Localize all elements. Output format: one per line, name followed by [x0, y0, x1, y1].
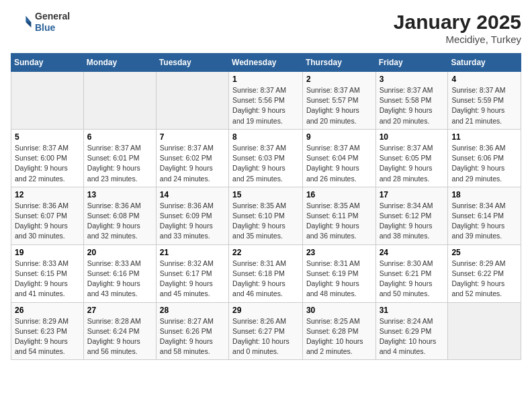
- day-info: Sunrise: 8:31 AM Sunset: 6:18 PM Dayligh…: [232, 259, 299, 300]
- calendar-cell: 14Sunrise: 8:36 AM Sunset: 6:09 PM Dayli…: [156, 187, 228, 244]
- weekday-header: Thursday: [302, 54, 375, 72]
- day-number: 2: [306, 75, 372, 84]
- day-number: 14: [160, 190, 225, 199]
- calendar-cell: 20Sunrise: 8:33 AM Sunset: 6:16 PM Dayli…: [83, 244, 156, 302]
- day-info: Sunrise: 8:35 AM Sunset: 6:11 PM Dayligh…: [306, 201, 372, 242]
- calendar-cell: 28Sunrise: 8:27 AM Sunset: 6:26 PM Dayli…: [156, 302, 228, 360]
- day-number: 10: [380, 132, 445, 142]
- day-number: 24: [380, 248, 445, 257]
- day-info: Sunrise: 8:37 AM Sunset: 6:01 PM Dayligh…: [87, 143, 152, 184]
- calendar-cell: 19Sunrise: 8:33 AM Sunset: 6:15 PM Dayli…: [11, 244, 84, 302]
- calendar-cell: 23Sunrise: 8:31 AM Sunset: 6:19 PM Dayli…: [302, 244, 375, 302]
- weekday-header: Monday: [83, 54, 156, 72]
- calendar-table: SundayMondayTuesdayWednesdayThursdayFrid…: [11, 53, 521, 360]
- day-number: 30: [306, 306, 372, 315]
- svg-marker-1: [26, 22, 31, 28]
- day-number: 17: [380, 190, 445, 199]
- day-number: 1: [232, 75, 299, 84]
- calendar-cell: 16Sunrise: 8:35 AM Sunset: 6:11 PM Dayli…: [302, 187, 375, 244]
- page-header: General Blue January 2025 Mecidiye, Turk…: [11, 11, 521, 45]
- day-number: 3: [380, 75, 445, 84]
- logo-icon: [11, 11, 32, 33]
- day-number: 8: [232, 132, 299, 142]
- day-number: 28: [160, 306, 225, 315]
- calendar-cell: 2Sunrise: 8:37 AM Sunset: 5:57 PM Daylig…: [302, 72, 375, 130]
- day-info: Sunrise: 8:37 AM Sunset: 6:03 PM Dayligh…: [232, 143, 299, 184]
- weekday-header: Friday: [375, 54, 448, 72]
- calendar-cell: [83, 72, 156, 130]
- day-number: 21: [160, 248, 225, 257]
- calendar-cell: [156, 72, 228, 130]
- calendar-title: January 2025: [394, 11, 521, 34]
- day-number: 26: [15, 306, 80, 315]
- day-number: 23: [306, 248, 372, 257]
- calendar-cell: 7Sunrise: 8:37 AM Sunset: 6:02 PM Daylig…: [156, 129, 228, 187]
- calendar-cell: 1Sunrise: 8:37 AM Sunset: 5:56 PM Daylig…: [229, 72, 303, 130]
- calendar-week-row: 26Sunrise: 8:29 AM Sunset: 6:23 PM Dayli…: [11, 302, 521, 360]
- calendar-week-row: 19Sunrise: 8:33 AM Sunset: 6:15 PM Dayli…: [11, 244, 521, 302]
- day-info: Sunrise: 8:37 AM Sunset: 5:57 PM Dayligh…: [306, 85, 372, 126]
- day-info: Sunrise: 8:26 AM Sunset: 6:27 PM Dayligh…: [232, 316, 299, 357]
- svg-marker-0: [26, 15, 31, 22]
- calendar-cell: 29Sunrise: 8:26 AM Sunset: 6:27 PM Dayli…: [229, 302, 303, 360]
- day-info: Sunrise: 8:29 AM Sunset: 6:22 PM Dayligh…: [451, 259, 517, 300]
- day-info: Sunrise: 8:36 AM Sunset: 6:06 PM Dayligh…: [451, 143, 517, 184]
- logo-text: General Blue: [35, 11, 70, 34]
- day-info: Sunrise: 8:34 AM Sunset: 6:12 PM Dayligh…: [380, 201, 445, 242]
- day-number: 12: [15, 190, 80, 199]
- day-info: Sunrise: 8:25 AM Sunset: 6:28 PM Dayligh…: [306, 316, 372, 357]
- calendar-cell: 24Sunrise: 8:30 AM Sunset: 6:21 PM Dayli…: [375, 244, 448, 302]
- day-info: Sunrise: 8:27 AM Sunset: 6:26 PM Dayligh…: [160, 316, 225, 357]
- weekday-header: Sunday: [11, 54, 84, 72]
- calendar-cell: 8Sunrise: 8:37 AM Sunset: 6:03 PM Daylig…: [229, 129, 303, 187]
- day-info: Sunrise: 8:36 AM Sunset: 6:07 PM Dayligh…: [15, 201, 80, 242]
- day-info: Sunrise: 8:37 AM Sunset: 6:05 PM Dayligh…: [380, 143, 445, 184]
- calendar-cell: 30Sunrise: 8:25 AM Sunset: 6:28 PM Dayli…: [302, 302, 375, 360]
- calendar-cell: 11Sunrise: 8:36 AM Sunset: 6:06 PM Dayli…: [448, 129, 521, 187]
- calendar-cell: 17Sunrise: 8:34 AM Sunset: 6:12 PM Dayli…: [375, 187, 448, 244]
- day-number: 9: [306, 132, 372, 142]
- day-number: 31: [380, 306, 445, 315]
- calendar-cell: [11, 72, 84, 130]
- day-number: 15: [232, 190, 299, 199]
- calendar-cell: 4Sunrise: 8:37 AM Sunset: 5:59 PM Daylig…: [448, 72, 521, 130]
- calendar-cell: 13Sunrise: 8:36 AM Sunset: 6:08 PM Dayli…: [83, 187, 156, 244]
- day-number: 16: [306, 190, 372, 199]
- day-number: 4: [451, 75, 517, 84]
- calendar-cell: 21Sunrise: 8:32 AM Sunset: 6:17 PM Dayli…: [156, 244, 228, 302]
- calendar-cell: 25Sunrise: 8:29 AM Sunset: 6:22 PM Dayli…: [448, 244, 521, 302]
- day-number: 19: [15, 248, 80, 257]
- calendar-cell: 15Sunrise: 8:35 AM Sunset: 6:10 PM Dayli…: [229, 187, 303, 244]
- calendar-cell: 5Sunrise: 8:37 AM Sunset: 6:00 PM Daylig…: [11, 129, 84, 187]
- day-number: 5: [15, 132, 80, 142]
- day-number: 7: [160, 132, 225, 142]
- calendar-cell: 22Sunrise: 8:31 AM Sunset: 6:18 PM Dayli…: [229, 244, 303, 302]
- day-info: Sunrise: 8:37 AM Sunset: 5:59 PM Dayligh…: [451, 85, 517, 126]
- day-info: Sunrise: 8:37 AM Sunset: 6:04 PM Dayligh…: [306, 143, 372, 184]
- day-info: Sunrise: 8:37 AM Sunset: 5:58 PM Dayligh…: [380, 85, 445, 126]
- calendar-cell: 12Sunrise: 8:36 AM Sunset: 6:07 PM Dayli…: [11, 187, 84, 244]
- logo-blue-text: Blue: [35, 22, 70, 34]
- day-info: Sunrise: 8:37 AM Sunset: 6:02 PM Dayligh…: [160, 143, 225, 184]
- day-info: Sunrise: 8:32 AM Sunset: 6:17 PM Dayligh…: [160, 259, 225, 300]
- day-number: 29: [232, 306, 299, 315]
- calendar-cell: 26Sunrise: 8:29 AM Sunset: 6:23 PM Dayli…: [11, 302, 84, 360]
- day-info: Sunrise: 8:31 AM Sunset: 6:19 PM Dayligh…: [306, 259, 372, 300]
- day-info: Sunrise: 8:37 AM Sunset: 6:00 PM Dayligh…: [15, 143, 80, 184]
- calendar-cell: 6Sunrise: 8:37 AM Sunset: 6:01 PM Daylig…: [83, 129, 156, 187]
- day-info: Sunrise: 8:34 AM Sunset: 6:14 PM Dayligh…: [451, 201, 517, 242]
- day-number: 20: [87, 248, 152, 257]
- weekday-header: Saturday: [448, 54, 521, 72]
- calendar-cell: 27Sunrise: 8:28 AM Sunset: 6:24 PM Dayli…: [83, 302, 156, 360]
- day-info: Sunrise: 8:35 AM Sunset: 6:10 PM Dayligh…: [232, 201, 299, 242]
- day-number: 25: [451, 248, 517, 257]
- day-info: Sunrise: 8:29 AM Sunset: 6:23 PM Dayligh…: [15, 316, 80, 357]
- day-info: Sunrise: 8:30 AM Sunset: 6:21 PM Dayligh…: [380, 259, 445, 300]
- day-info: Sunrise: 8:28 AM Sunset: 6:24 PM Dayligh…: [87, 316, 152, 357]
- day-number: 27: [87, 306, 152, 315]
- calendar-cell: 18Sunrise: 8:34 AM Sunset: 6:14 PM Dayli…: [448, 187, 521, 244]
- calendar-subtitle: Mecidiye, Turkey: [394, 34, 521, 45]
- day-number: 11: [451, 132, 517, 142]
- calendar-cell: 9Sunrise: 8:37 AM Sunset: 6:04 PM Daylig…: [302, 129, 375, 187]
- calendar-week-row: 12Sunrise: 8:36 AM Sunset: 6:07 PM Dayli…: [11, 187, 521, 244]
